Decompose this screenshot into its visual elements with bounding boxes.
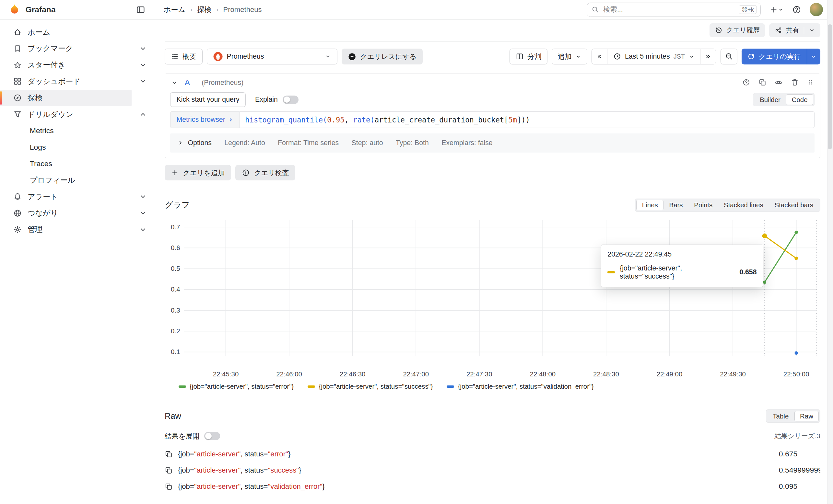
svg-text:22:45:30: 22:45:30 xyxy=(213,370,239,378)
chevron-down-icon[interactable] xyxy=(132,188,154,205)
sidebar-item-profiles[interactable]: プロフィール xyxy=(0,172,132,188)
raw-title: Raw xyxy=(165,411,181,421)
add-dropdown-button[interactable]: 追加 xyxy=(552,49,587,65)
expand-results-toggle[interactable] xyxy=(204,432,220,440)
chevron-up-icon[interactable] xyxy=(132,106,154,123)
grafana-home-link[interactable]: Grafana xyxy=(8,4,55,16)
sidebar-item-starred[interactable]: スター付き xyxy=(0,57,132,73)
code-mode-button[interactable]: Code xyxy=(786,94,813,105)
sidebar-item-dashboards[interactable]: ダッシュボード xyxy=(0,73,132,90)
time-series-chart[interactable]: 0.70.60.50.40.30.20.122:45:3022:46:0022:… xyxy=(165,217,820,382)
add-menu-button[interactable] xyxy=(767,2,786,17)
query-ref-id[interactable]: A xyxy=(185,78,190,87)
graph-mode-lines-button[interactable]: Lines xyxy=(636,200,664,210)
drag-handle-icon[interactable] xyxy=(807,78,814,87)
sidebar-item-connections[interactable]: つながり xyxy=(0,205,132,222)
star-icon xyxy=(13,61,22,69)
legend-item[interactable]: {job="article-server", status="validatio… xyxy=(447,382,594,390)
tooltip-timestamp: 2026-02-22 22:49:45 xyxy=(608,250,757,258)
sidebar-item-admin[interactable]: 管理 xyxy=(0,221,132,238)
sidebar-item-explore[interactable]: 探検 xyxy=(0,90,132,106)
sidebar-item-label: ホーム xyxy=(27,27,50,37)
duplicate-query-button[interactable] xyxy=(758,78,766,87)
breadcrumb-explore[interactable]: 探検 xyxy=(197,5,211,15)
outline-button[interactable]: 概要 xyxy=(165,49,203,65)
query-history-button[interactable]: クエリ履歴 xyxy=(710,23,765,37)
brand-area: Grafana xyxy=(8,2,147,17)
legend-item[interactable]: {job="article-server", status="success"} xyxy=(308,382,433,390)
add-query-label: クエリを追加 xyxy=(183,168,225,177)
expand-results-control: 結果を展開 xyxy=(165,431,220,441)
time-range-button[interactable]: Last 5 minutes JST xyxy=(607,49,701,65)
add-query-button[interactable]: クエリを追加 xyxy=(165,165,231,180)
gear-icon xyxy=(13,225,22,234)
query-help-button[interactable] xyxy=(742,78,751,87)
explain-control: Explain xyxy=(255,96,299,104)
chevron-down-icon[interactable] xyxy=(132,57,154,73)
chevron-down-icon xyxy=(809,27,815,33)
copy-icon[interactable] xyxy=(165,467,173,475)
help-button[interactable] xyxy=(790,2,804,17)
remove-query-button[interactable] xyxy=(791,78,799,87)
breadcrumb-current: Prometheus xyxy=(223,5,262,14)
sidebar-item-label: ブックマーク xyxy=(27,43,73,53)
copy-icon[interactable] xyxy=(165,483,173,491)
query-inspector-label: クエリ検査 xyxy=(254,168,289,177)
collapse-chevron-icon[interactable] xyxy=(171,79,177,86)
share-button[interactable]: 共有 xyxy=(769,23,820,37)
run-query-main[interactable]: クエリの実行 xyxy=(742,49,806,65)
toggle-visibility-button[interactable] xyxy=(774,78,783,87)
search-input[interactable] xyxy=(603,5,734,14)
raw-controls-row: 結果を展開 結果シリーズ:3 xyxy=(165,431,820,441)
sidebar-item-traces[interactable]: Traces xyxy=(0,155,132,172)
metrics-browser-button[interactable]: Metrics browser xyxy=(170,111,240,128)
chevron-down-icon[interactable] xyxy=(132,73,154,90)
chevron-down-icon[interactable] xyxy=(132,41,154,57)
legend-item[interactable]: {job="article-server", status="error"} xyxy=(178,382,294,390)
breadcrumb-home[interactable]: ホーム xyxy=(164,5,185,15)
builder-mode-button[interactable]: Builder xyxy=(754,94,786,105)
sidebar-item-drilldown[interactable]: ドリルダウン xyxy=(0,106,132,123)
list-icon xyxy=(171,52,179,60)
kick-start-button[interactable]: Kick start your query xyxy=(170,92,245,106)
split-button[interactable]: 分割 xyxy=(509,49,547,65)
query-inspector-button[interactable]: クエリ検査 xyxy=(235,165,295,180)
sidebar-item-bookmarks[interactable]: ブックマーク xyxy=(0,41,132,57)
tooltip-value: 0.658 xyxy=(739,268,757,276)
page-scrollbar[interactable] xyxy=(827,0,833,504)
queryless-label: クエリレスにする xyxy=(360,52,416,61)
active-indicator xyxy=(0,91,2,105)
promql-code-input[interactable]: histogram_quantile(0.95, rate(article_cr… xyxy=(240,111,814,128)
query-expression-row: Metrics browser histogram_quantile(0.95,… xyxy=(170,111,814,128)
datasource-picker[interactable]: Prometheus xyxy=(207,49,337,65)
result-series-count: 結果シリーズ:3 xyxy=(774,431,820,440)
run-query-options-button[interactable] xyxy=(807,49,820,65)
raw-tab-table-button[interactable]: Table xyxy=(767,411,794,422)
options-collapse-toggle[interactable]: Options xyxy=(177,139,212,147)
chevron-down-icon[interactable] xyxy=(132,221,154,238)
raw-tab-raw-button[interactable]: Raw xyxy=(794,411,819,422)
time-shift-back-button[interactable] xyxy=(592,49,608,65)
queryless-button[interactable]: クエリレスにする xyxy=(342,49,423,65)
chevron-right-icon xyxy=(177,140,184,146)
zoom-out-button[interactable] xyxy=(720,49,738,65)
time-shift-forward-button[interactable] xyxy=(700,49,716,65)
explain-toggle[interactable] xyxy=(283,96,299,104)
sidebar-toggle-button[interactable] xyxy=(133,2,147,17)
sidebar-item-metrics[interactable]: Metrics xyxy=(0,123,132,139)
graph-mode-stacked-bars-button[interactable]: Stacked bars xyxy=(769,200,819,210)
graph-section-header: グラフ LinesBarsPointsStacked linesStacked … xyxy=(165,199,820,212)
graph-mode-bars-button[interactable]: Bars xyxy=(664,200,688,210)
svg-text:22:48:30: 22:48:30 xyxy=(593,370,619,378)
sidebar-item-home[interactable]: ホーム xyxy=(0,24,132,41)
user-menu-button[interactable] xyxy=(807,2,826,17)
chevron-down-icon[interactable] xyxy=(132,205,154,222)
sidebar-item-logs[interactable]: Logs xyxy=(0,139,132,155)
graph-mode-stacked-lines-button[interactable]: Stacked lines xyxy=(718,200,769,210)
global-search-box[interactable]: ⌘+k xyxy=(587,3,761,17)
sidebar-item-alerts[interactable]: アラート xyxy=(0,188,132,205)
graph-mode-points-button[interactable]: Points xyxy=(688,200,718,210)
run-query-button[interactable]: クエリの実行 xyxy=(742,49,820,65)
copy-icon[interactable] xyxy=(165,450,173,458)
scrollbar-thumb[interactable] xyxy=(828,24,832,149)
